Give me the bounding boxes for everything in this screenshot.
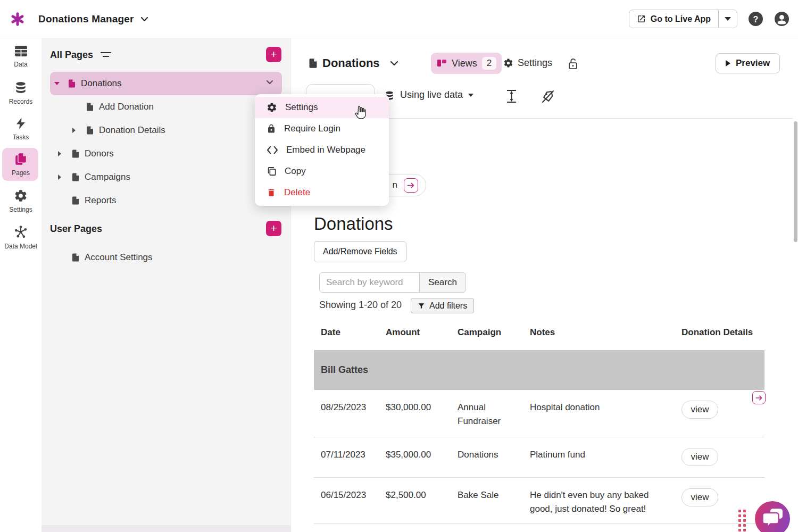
- add-remove-fields-button[interactable]: Add/Remove Fields: [314, 241, 406, 262]
- page-icon: [85, 102, 95, 112]
- menu-item-label: Embed in Webpage: [286, 145, 365, 155]
- funnel-icon: [418, 302, 425, 310]
- nav-rail: Data Records Tasks Pages: [0, 38, 41, 532]
- cell-notes: Platinum fund: [530, 448, 681, 477]
- column-header-campaign[interactable]: Campaign: [458, 327, 530, 338]
- data-model-icon: [13, 225, 28, 239]
- column-header-notes[interactable]: Notes: [530, 327, 681, 338]
- page-icon: [71, 172, 80, 182]
- menu-item-require-login[interactable]: Require Login: [255, 118, 389, 139]
- cell-date: 08/25/2023: [321, 401, 386, 437]
- menu-item-embed[interactable]: Embed in Webpage: [255, 139, 389, 161]
- account-avatar-button[interactable]: [774, 11, 789, 27]
- live-data-label: Using live data: [400, 89, 463, 101]
- page-icon: [71, 252, 80, 263]
- menu-item-label: Delete: [284, 187, 310, 198]
- knack-logo-icon: [11, 12, 24, 26]
- nav-rail-label: Settings: [0, 206, 41, 213]
- settings-gear-icon: [14, 189, 28, 203]
- collapse-caret-icon[interactable]: [58, 174, 61, 180]
- tree-item-donations[interactable]: Donations: [50, 72, 282, 95]
- column-header-donation-details[interactable]: Donation Details: [681, 327, 771, 338]
- search-button[interactable]: Search: [419, 272, 466, 293]
- search-input[interactable]: [319, 272, 420, 293]
- column-header-amount[interactable]: Amount: [386, 327, 458, 338]
- page-settings-button[interactable]: Settings: [503, 57, 552, 69]
- go-to-live-app-button[interactable]: Go to Live App: [629, 10, 718, 28]
- tree-item-campaigns[interactable]: Campaigns: [50, 165, 282, 189]
- page-icon: [307, 57, 319, 70]
- view-record-button[interactable]: view: [681, 448, 718, 466]
- nav-rail-item-pages[interactable]: Pages: [0, 152, 41, 177]
- cell-amount: $30,000.00: [386, 401, 458, 437]
- view-record-button[interactable]: view: [681, 488, 718, 506]
- nav-rail-item-settings[interactable]: Settings: [0, 189, 41, 213]
- views-count-badge: 2: [482, 57, 496, 70]
- go-to-live-app-split-button: Go to Live App: [629, 10, 737, 28]
- builder-page-title: Donations: [322, 56, 380, 70]
- tree-item-donors[interactable]: Donors: [50, 142, 282, 165]
- gear-icon: [503, 58, 513, 68]
- help-button[interactable]: ?: [748, 11, 763, 27]
- add-user-page-button[interactable]: +: [266, 221, 281, 236]
- nav-rail-item-data-model[interactable]: Data Model: [0, 225, 41, 250]
- page-menu-chevron-icon[interactable]: [266, 80, 273, 85]
- tree-item-donation-details[interactable]: Donation Details: [50, 119, 282, 142]
- view-record-button[interactable]: view: [681, 401, 718, 419]
- open-table-view-button[interactable]: [752, 391, 766, 404]
- menu-item-delete[interactable]: Delete: [255, 182, 389, 203]
- tree-item-label: Donation Details: [99, 125, 165, 136]
- all-pages-title: All Pages: [50, 49, 93, 61]
- view-title: Donations: [314, 214, 393, 234]
- caret-down-icon: [725, 17, 731, 21]
- nav-rail-item-tasks[interactable]: Tasks: [0, 117, 41, 141]
- nav-rail-label: Records: [0, 98, 41, 105]
- nav-rail-item-records[interactable]: Records: [0, 81, 41, 105]
- preview-button[interactable]: Preview: [716, 53, 780, 73]
- collapse-caret-icon[interactable]: [58, 151, 61, 156]
- live-data-dropdown[interactable]: Using live data: [400, 89, 473, 101]
- hide-labels-tag-icon[interactable]: [541, 89, 555, 104]
- tree-item-reports[interactable]: Reports: [50, 189, 282, 212]
- hand-cursor: [352, 105, 368, 122]
- row-height-icon[interactable]: [504, 89, 519, 104]
- pages-icon: [14, 152, 28, 166]
- expand-caret-icon[interactable]: [54, 82, 60, 85]
- column-header-date[interactable]: Date: [321, 327, 386, 338]
- svg-text:?: ?: [753, 15, 759, 24]
- tree-item-add-donation[interactable]: Add Donation: [50, 95, 282, 119]
- drag-handle-dots[interactable]: [738, 510, 746, 531]
- chat-widget-button[interactable]: [755, 501, 790, 532]
- menu-item-copy[interactable]: Copy: [255, 161, 389, 182]
- menu-item-settings[interactable]: Settings: [255, 97, 389, 118]
- nav-rail-item-data[interactable]: Data: [0, 45, 41, 68]
- page-title-chevron-icon[interactable]: [390, 61, 398, 66]
- table-header-row: Date Amount Campaign Notes Donation Deta…: [314, 327, 764, 350]
- tree-item-account-settings[interactable]: Account Settings: [50, 246, 282, 269]
- collapse-caret-icon[interactable]: [72, 128, 76, 133]
- nav-rail-label: Data: [0, 61, 41, 68]
- views-tab-button[interactable]: Views 2: [431, 53, 502, 74]
- add-filters-button[interactable]: Add filters: [411, 298, 474, 313]
- app-title: Donations Manager: [38, 13, 134, 25]
- add-page-button[interactable]: +: [266, 47, 281, 62]
- cell-amount: $2,500.00: [386, 488, 458, 523]
- nav-rail-label: Pages: [0, 169, 41, 177]
- cell-campaign: Annual Fundraiser: [458, 401, 530, 437]
- cell-notes: Hospital donation: [530, 401, 681, 437]
- user-pages-title: User Pages: [50, 223, 102, 235]
- table-row: 07/11/2023 $35,000.00 Donations Platinum…: [314, 437, 764, 478]
- caret-down-icon: [468, 94, 473, 97]
- pages-panel-header: All Pages +: [50, 47, 282, 63]
- table-row: 08/25/2023 $30,000.00 Annual Fundraiser …: [314, 390, 764, 437]
- add-filters-label: Add filters: [429, 301, 467, 311]
- cell-amount: $35,000.00: [386, 448, 458, 477]
- topbar: Donations Manager Go to Live App ?: [0, 0, 798, 38]
- unlock-icon[interactable]: [567, 57, 579, 70]
- menu-item-label: Copy: [285, 166, 306, 177]
- cell-campaign: Bake Sale: [458, 488, 530, 523]
- vertical-scrollbar[interactable]: [794, 121, 797, 242]
- filter-pages-icon[interactable]: [101, 51, 111, 59]
- go-to-live-app-dropdown-button[interactable]: [718, 10, 737, 28]
- app-switcher-chevron-icon[interactable]: [140, 16, 148, 22]
